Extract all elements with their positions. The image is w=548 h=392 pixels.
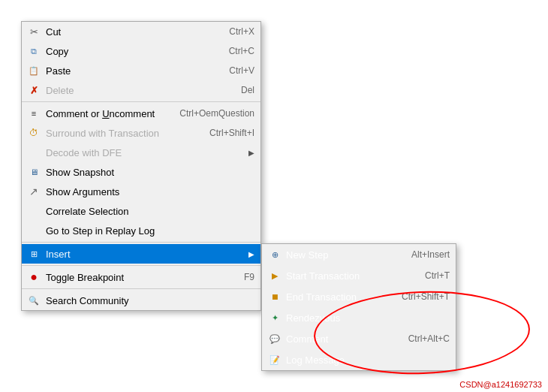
cut-label: Cut [46,26,214,38]
insert-icon: ⊞ [26,246,41,261]
menu-item-decode: Decode with DFE ▶ [22,143,260,162]
search-label: Search Community [46,295,254,306]
sub-item-rendezvous[interactable]: ✦ Rendezvous [262,307,456,328]
paste-icon: 📋 [26,63,41,78]
comment-sub-icon: 💬 [266,330,283,347]
menu-item-insert[interactable]: ⊞ Insert ▶ ⊕ New Step Alt+Insert ▶ Start… [22,244,260,264]
breakpoint-label: Toggle Breakpoint [46,272,229,283]
log-icon: 📝 [266,351,283,368]
decode-icon [26,145,41,160]
new-step-icon: ⊕ [266,246,283,263]
delete-icon: ✗ [26,83,41,98]
insert-label: Insert [46,249,248,260]
menu-item-delete: ✗ Delete Del [22,80,260,100]
breakpoint-shortcut: F9 [244,272,254,282]
paste-label: Paste [46,65,214,77]
scissors-icon: ✂ [26,24,41,39]
comment-label: Comment or Uncomment [46,108,164,119]
end-tx-label: End Transaction [286,291,357,303]
paste-shortcut: Ctrl+V [229,65,254,76]
delete-label: Delete [46,85,226,96]
end-tx-icon: ⏹ [266,288,283,305]
sub-item-comment[interactable]: 💬 Comment Ctrl+Alt+C [262,328,456,349]
args-icon: ↗ [26,184,41,199]
menu-item-breakpoint[interactable]: ● Toggle Breakpoint F9 [22,267,260,287]
comment-shortcut: Ctrl+OemQuestion [179,108,254,119]
snapshot-label: Show Snapshot [46,167,254,178]
sub-item-start-tx[interactable]: ▶ Start Transaction Ctrl+T [262,265,456,286]
comment-icon: ≡ [26,106,41,121]
menu-item-comment[interactable]: ≡ Comment or Uncomment Ctrl+OemQuestion [22,104,260,123]
sub-item-end-tx[interactable]: ⏹ End Transaction Ctrl+Shift+T [262,286,456,307]
rendezvous-label: Rendezvous [286,312,340,324]
menu-item-snapshot[interactable]: 🖥 Show Snapshot [22,162,260,182]
menu-item-search[interactable]: 🔍 Search Community [22,291,260,310]
copy-shortcut: Ctrl+C [229,46,254,56]
insert-submenu: ⊕ New Step Alt+Insert ▶ Start Transactio… [261,243,456,371]
clock-icon: ⏱ [26,125,41,140]
separator-1 [22,101,260,102]
decode-arrow: ▶ [248,149,254,157]
watermark: CSDN@a1241692733 [459,380,542,389]
comment-sub-shortcut: Ctrl+Alt+C [408,333,450,344]
menu-item-copy[interactable]: ⧉ Copy Ctrl+C [22,41,260,61]
context-menu: ✂ Cut Ctrl+X ⧉ Copy Ctrl+C 📋 Paste Ctrl+… [21,21,261,311]
menu-item-cut[interactable]: ✂ Cut Ctrl+X [22,22,260,41]
start-tx-icon: ▶ [266,267,283,284]
sub-item-new-step[interactable]: ⊕ New Step Alt+Insert [262,244,456,265]
end-tx-shortcut: Ctrl+Shift+T [402,291,450,302]
menu-item-paste[interactable]: 📋 Paste Ctrl+V [22,61,260,80]
breakpoint-icon: ● [26,270,41,285]
correlate-icon [26,204,41,219]
rendezvous-icon: ✦ [266,309,283,326]
start-tx-label: Start Transaction [286,270,360,282]
menu-item-correlate[interactable]: Correlate Selection [22,201,260,221]
monitor-icon: 🖥 [26,164,41,179]
menu-item-surround: ⏱ Surround with Transaction Ctrl+Shift+I [22,123,260,143]
new-step-shortcut: Alt+Insert [411,249,450,260]
goto-label: Go to Step in Replay Log [46,225,254,237]
arguments-label: Show Arguments [46,186,254,198]
surround-shortcut: Ctrl+Shift+I [209,128,254,138]
menu-item-goto[interactable]: Go to Step in Replay Log [22,221,260,240]
sub-item-log-message[interactable]: 📝 Log Message [262,349,456,370]
goto-icon [26,223,41,238]
new-step-label: New Step [286,249,328,261]
surround-label: Surround with Transaction [46,128,194,139]
delete-shortcut: Del [241,85,254,95]
copy-icon: ⧉ [26,44,41,59]
separator-2 [22,242,260,243]
insert-arrow: ▶ [248,250,254,258]
log-message-label: Log Message [286,354,345,366]
decode-label: Decode with DFE [46,147,248,158]
separator-3 [22,265,260,266]
menu-item-arguments[interactable]: ↗ Show Arguments [22,182,260,201]
cut-shortcut: Ctrl+X [229,26,254,37]
separator-4 [22,288,260,289]
search-icon: 🔍 [26,293,41,308]
correlate-label: Correlate Selection [46,206,254,217]
comment-sub-label: Comment [286,333,328,345]
copy-label: Copy [46,46,214,57]
start-tx-shortcut: Ctrl+T [425,270,450,281]
